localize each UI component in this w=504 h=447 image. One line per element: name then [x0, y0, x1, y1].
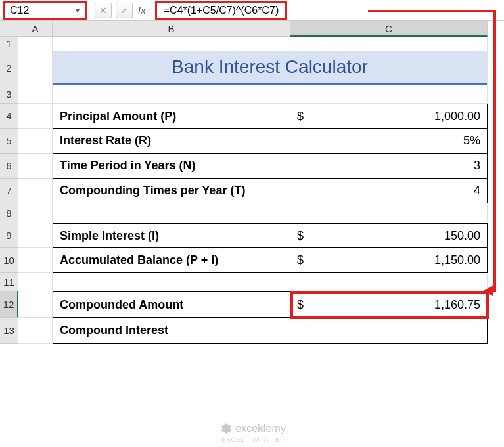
si-value: 150.00: [444, 229, 480, 243]
cell-B6[interactable]: Time Period in Years (N): [53, 154, 290, 179]
cell-A5[interactable]: [18, 129, 53, 154]
watermark-text: exceldemy: [235, 423, 285, 435]
annotation-arrow-h-top: [368, 10, 496, 12]
cell-A9[interactable]: [18, 223, 53, 248]
principal-symbol: $: [297, 110, 304, 123]
title-cell[interactable]: Bank Interest Calculator: [53, 51, 488, 85]
row-header-4[interactable]: 4: [0, 104, 18, 129]
si-symbol: $: [297, 229, 304, 243]
cell-A8[interactable]: [18, 203, 53, 223]
fx-label[interactable]: fx: [137, 5, 150, 16]
cell-B5[interactable]: Interest Rate (R): [53, 129, 290, 154]
acc-value: 1,150.00: [434, 253, 480, 267]
cancel-button[interactable]: ✕: [95, 3, 112, 18]
cell-B7[interactable]: Compounding Times per Year (T): [53, 179, 290, 203]
spreadsheet: A B C 1 2 3 4 5 6 7 8 9 10 11 12 13 Bank…: [0, 21, 504, 344]
cell-C9[interactable]: $150.00: [290, 223, 488, 248]
label-rate: Interest Rate (R): [53, 129, 290, 154]
column-headers: A B C: [18, 21, 504, 37]
ca-symbol: $: [297, 298, 304, 312]
cell-A6[interactable]: [18, 154, 53, 179]
row-header-7[interactable]: 7: [0, 179, 18, 203]
cell-C12[interactable]: $1,160.75: [290, 291, 488, 318]
cell-C10[interactable]: $1,150.00: [290, 248, 488, 273]
cell-B11[interactable]: [53, 273, 290, 291]
cell-C6[interactable]: 3: [290, 154, 488, 179]
col-header-B[interactable]: B: [53, 21, 290, 37]
label-principal: Principal Amount (P): [53, 104, 290, 129]
x-icon: ✕: [99, 5, 107, 16]
cell-A4[interactable]: [18, 104, 53, 129]
row-header-9[interactable]: 9: [0, 223, 18, 248]
cell-B12[interactable]: Compounded Amount: [53, 291, 290, 318]
row-header-2[interactable]: 2: [0, 51, 18, 85]
cell-B1[interactable]: [53, 37, 290, 51]
cell-A12[interactable]: [18, 291, 53, 318]
grid: Bank Interest Calculator Principal Amoun…: [18, 37, 504, 344]
col-header-C[interactable]: C: [290, 21, 488, 37]
cell-A7[interactable]: [18, 179, 53, 203]
label-acc: Accumulated Balance (P + I): [53, 248, 290, 273]
row-header-5[interactable]: 5: [0, 129, 18, 154]
label-compounded: Compounded Amount: [53, 291, 290, 318]
cell-B8[interactable]: [53, 203, 290, 223]
cell-C1[interactable]: [290, 37, 488, 51]
ca-value: 1,160.75: [434, 298, 480, 312]
row-header-8[interactable]: 8: [0, 203, 18, 223]
row-header-11[interactable]: 11: [0, 273, 18, 291]
row-header-3[interactable]: 3: [0, 85, 18, 104]
col-header-A[interactable]: A: [18, 21, 53, 37]
row-header-1[interactable]: 1: [0, 37, 18, 51]
label-si: Simple Interest (I): [53, 223, 290, 248]
row-header-13[interactable]: 13: [0, 318, 18, 344]
watermark: exceldemy: [218, 422, 285, 435]
cell-A10[interactable]: [18, 248, 53, 273]
cell-B4[interactable]: Principal Amount (P): [53, 104, 290, 129]
cell-C13[interactable]: [290, 318, 488, 344]
name-box-value: C12: [10, 5, 76, 16]
principal-value: 1,000.00: [434, 110, 480, 123]
row-header-12[interactable]: 12: [0, 291, 18, 318]
cell-B9[interactable]: Simple Interest (I): [53, 223, 290, 248]
cell-A1[interactable]: [18, 37, 53, 51]
gear-icon: [218, 422, 231, 435]
cell-C5[interactable]: 5%: [290, 129, 488, 154]
rate-value: 5%: [297, 134, 480, 148]
confirm-button[interactable]: ✓: [116, 3, 133, 18]
row-header-10[interactable]: 10: [0, 248, 18, 273]
formula-bar-controls: ✕ ✓ fx: [89, 3, 155, 18]
cell-A13[interactable]: [18, 318, 53, 344]
cell-A2[interactable]: [18, 51, 53, 85]
formula-input[interactable]: =C4*(1+C5/C7)^(C6*C7): [155, 1, 288, 20]
years-value: 3: [297, 159, 480, 173]
name-box[interactable]: C12 ▾: [3, 1, 87, 20]
compounding-value: 4: [297, 184, 480, 198]
cell-B10[interactable]: Accumulated Balance (P + I): [53, 248, 290, 273]
annotation-arrow-head: [484, 286, 493, 296]
row-headers: 1 2 3 4 5 6 7 8 9 10 11 12 13: [0, 37, 18, 344]
label-years: Time Period in Years (N): [53, 154, 290, 179]
label-ci: Compound Interest: [53, 318, 290, 344]
select-all-corner[interactable]: [0, 21, 18, 37]
cell-C3[interactable]: [290, 85, 488, 104]
acc-symbol: $: [297, 253, 304, 267]
check-icon: ✓: [120, 5, 128, 16]
label-compounding: Compounding Times per Year (T): [53, 179, 290, 203]
cell-B13[interactable]: Compound Interest: [53, 318, 290, 344]
cell-C7[interactable]: 4: [290, 179, 488, 203]
calculator-title: Bank Interest Calculator: [53, 51, 487, 85]
chevron-down-icon[interactable]: ▾: [76, 6, 80, 15]
cell-C8[interactable]: [290, 203, 488, 223]
cell-C4[interactable]: $1,000.00: [290, 104, 488, 129]
cell-A11[interactable]: [18, 273, 53, 291]
cell-C11[interactable]: [290, 273, 488, 291]
cell-B3[interactable]: [53, 85, 290, 104]
watermark-sub: EXCEL · DATA · BI: [222, 436, 283, 443]
row-header-6[interactable]: 6: [0, 154, 18, 179]
annotation-arrow-v: [493, 11, 496, 291]
cell-A3[interactable]: [18, 85, 53, 104]
